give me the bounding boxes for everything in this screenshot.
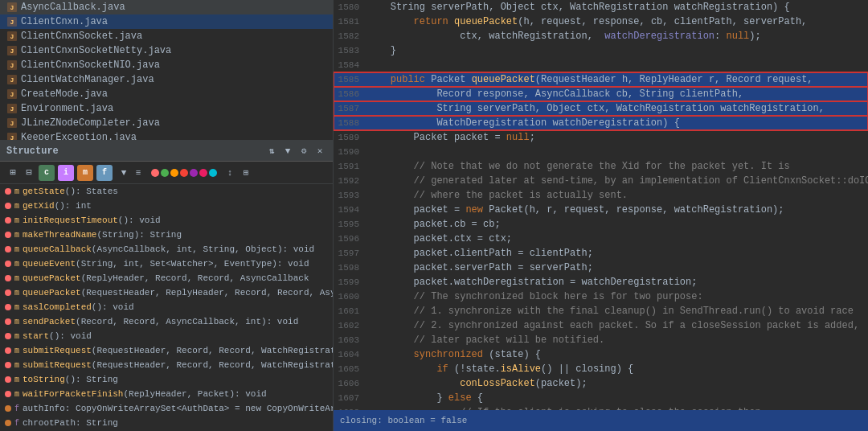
line-number: 1595 [334,217,367,232]
line-code: // generated later at send-time, by an i… [367,174,868,188]
file-item[interactable]: J CreateMode.java [0,87,333,101]
line-code: Packet packet = null; [367,130,868,145]
file-name: ClientCnxn.java [21,16,108,27]
code-line-1606: 1606 conLossPacket(packet); [334,376,868,391]
code-line-1591: 1591 // Note that we do not generate the… [334,159,868,174]
code-wrapper[interactable]: 1580 String serverPath, Object ctx, Watc… [334,0,868,410]
line-code: packet.serverPath = serverPath; [367,261,868,275]
struct-item[interactable]: f chrootPath: String [0,416,333,430]
struct-item[interactable]: m toString(): String [0,372,333,387]
method-icon: m [14,318,19,326]
svg-text:J: J [10,62,14,69]
filter-field-button[interactable]: f [96,165,113,181]
file-item[interactable]: J ClientCnxn.java [0,14,333,29]
visibility-dot [5,391,11,397]
method-icon: m [14,202,19,211]
line-number: 1580 [334,0,367,14]
file-item[interactable]: J Environment.java [0,101,333,116]
filter-class-button[interactable]: c [39,165,55,181]
structure-toolbar: ⇅ ▼ ⚙ ✕ [265,145,326,158]
java-icon: J [6,103,18,114]
structure-filter-bar: ⊞ ⊟ c i m f ▼ ≡ ↕ ⊞ [0,162,333,184]
file-list: J AsyncCallback.java J ClientCnxn.java J… [0,0,333,141]
line-code: if (!state.isAlive() || closing) { [367,362,868,376]
visibility-dot [5,232,11,238]
struct-item[interactable]: m queuePacket(ReplyHeader, Record, Recor… [0,271,333,285]
struct-item[interactable]: m initRequestTimeout(): void [0,213,333,228]
file-item[interactable]: J JLineZNodeCompleter.java [0,116,333,130]
file-item[interactable]: J KeeperException.java [0,130,333,141]
struct-item[interactable]: f authInfo: CopyOnWriteArraySet<AuthData… [0,401,333,416]
struct-text: toString(): String [23,375,118,384]
line-code: // 2. synchronized against each packet. … [367,318,868,333]
line-code: // later packet will be notified. [367,333,868,347]
filter-m-button[interactable]: m [77,165,93,181]
line-code: // Note that we do not generate the Xid … [367,159,868,174]
struct-item[interactable]: m makeThreadName(String): String [0,228,333,242]
code-line-1605: 1605 if (!state.isAlive() || closing) { [334,362,868,376]
struct-item[interactable]: m saslCompleted(): void [0,300,333,314]
file-item[interactable]: J ClientWatchManager.java [0,72,333,87]
code-line-1584: 1584 [334,58,868,72]
java-icon: J [6,74,18,85]
line-number: 1606 [334,376,367,391]
line-code: Record response, AsyncCallback cb, Strin… [367,87,868,101]
code-line-1583: 1583 } [334,43,868,58]
struct-item[interactable]: m queueCallback(AsyncCallback, int, Stri… [0,242,333,257]
file-name: AsyncCallback.java [21,2,125,13]
expand-all-button[interactable]: ⊞ [6,166,19,179]
line-number: 1585 [334,72,367,87]
struct-item[interactable]: m start(): void [0,329,333,343]
line-number: 1604 [334,347,367,362]
line-number: 1591 [334,159,367,174]
abc-toggle[interactable]: ↕ [223,166,236,179]
method-icon: m [14,274,19,283]
struct-item[interactable]: m waitForPacketFinish(ReplyHeader, Packe… [0,387,333,401]
method-icon: m [14,361,19,370]
struct-item[interactable]: m queuePacket(RequestHeader, ReplyHeader… [0,285,333,300]
struct-item[interactable]: m queueEvent(String, int, Set<Watcher>, … [0,257,333,271]
filter-sort-button[interactable]: ≡ [132,166,145,179]
settings-button[interactable]: ⚙ [297,145,310,158]
visibility-dot [5,333,11,339]
line-number: 1588 [334,116,367,130]
code-line-1601: 1601 // 1. synchronize with the final cl… [334,304,868,318]
struct-text: queueCallback(AsyncCallback, int, String… [23,244,314,254]
code-line-1600: 1600 // The synchronized block here is f… [334,289,868,304]
file-name: ClientCnxnSocketNIO.java [21,60,160,71]
code-line-1581: 1581 return queuePacket(h, request, resp… [334,14,868,29]
struct-item[interactable]: m submitRequest(RequestHeader, Record, R… [0,343,333,358]
left-panel: J AsyncCallback.java J ClientCnxn.java J… [0,0,334,431]
struct-item[interactable]: m submitRequest(RequestHeader, Record, R… [0,358,333,372]
code-line-1599: 1599 packet.watchDeregistration = watchD… [334,275,868,289]
struct-text: initRequestTimeout(): void [23,216,161,225]
line-number: 1607 [334,391,367,405]
struct-text: queuePacket(RequestHeader, ReplyHeader, … [23,288,333,298]
struct-item[interactable]: m getXid(): int [0,199,333,213]
file-item[interactable]: J AsyncCallback.java [0,0,333,14]
dot-filter-red [151,169,159,177]
code-line-1589: 1589 Packet packet = null; [334,130,868,145]
dot-filter-green [161,169,169,177]
struct-item[interactable]: m sendPacket(Record, Record, AsyncCallba… [0,314,333,329]
file-item[interactable]: J ClientCnxnSocketNIO.java [0,58,333,72]
filter-toggle-button[interactable]: ▼ [117,166,130,179]
line-number: 1597 [334,246,367,261]
java-icon: J [6,45,18,56]
close-button[interactable]: ✕ [313,145,326,158]
structure-label: Structure [6,146,59,157]
group-toggle[interactable]: ⊞ [240,166,252,179]
struct-text: getState(): States [23,187,118,196]
filter-button[interactable]: ▼ [281,145,294,158]
code-line-1602: 1602 // 2. synchronized against each pac… [334,318,868,333]
file-item[interactable]: J ClientCnxnSocketNetty.java [0,43,333,58]
filter-interface-button[interactable]: i [58,165,74,181]
java-icon: J [6,60,18,71]
collapse-all-button[interactable]: ⊟ [23,166,35,179]
struct-item[interactable]: m getState(): States [0,184,333,199]
sort-button[interactable]: ⇅ [265,145,278,158]
method-icon: m [14,245,19,254]
line-code: packet = new Packet(h, r, request, respo… [367,203,868,217]
file-item[interactable]: J ClientCnxnSocket.java [0,29,333,43]
line-number: 1583 [334,43,367,58]
